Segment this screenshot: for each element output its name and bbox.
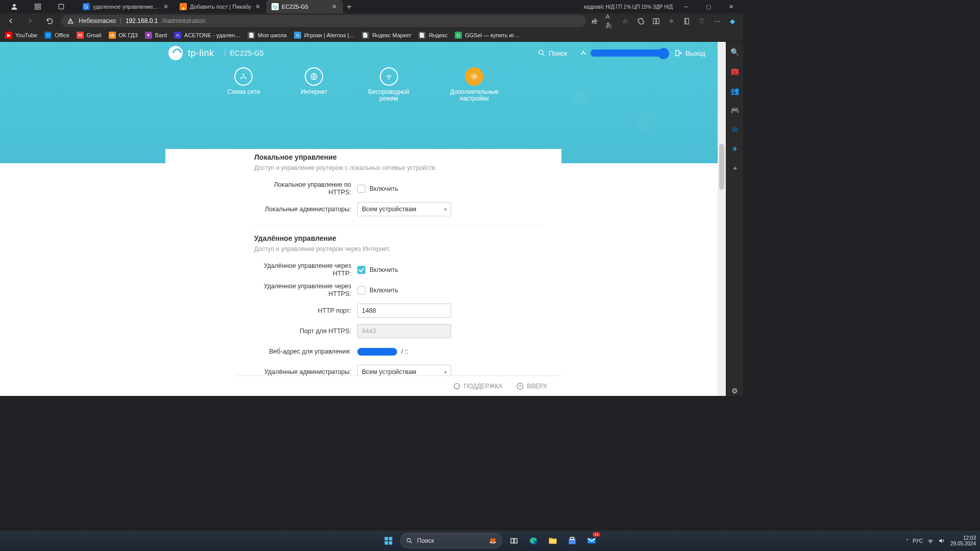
- collections-icon[interactable]: [682, 16, 691, 26]
- edge-outlook-icon[interactable]: ✉: [730, 124, 740, 135]
- local-https-checkbox[interactable]: [357, 185, 365, 193]
- tab-title: Добавить пост | Пикабу: [190, 4, 251, 10]
- bookmark-label: Яндекс Маркет: [372, 32, 411, 38]
- tab-title: EC225-G5: [282, 4, 328, 10]
- support-button[interactable]: ПОДДЕРЖКА: [453, 382, 503, 390]
- field-label: Порт для HTTPS:: [254, 328, 357, 335]
- chevron-down-icon: ▾: [444, 369, 447, 375]
- tab-internet[interactable]: Интернет: [301, 67, 327, 102]
- browser-tab[interactable]: G удаленное управление роутер… ✕: [78, 0, 175, 13]
- favicon-icon: 🔥: [180, 3, 187, 10]
- close-icon[interactable]: ✕: [331, 3, 338, 10]
- close-icon[interactable]: ✕: [162, 3, 169, 10]
- copilot-icon[interactable]: ◆: [728, 16, 737, 26]
- bookmark-item[interactable]: 📄Моя школа: [248, 32, 287, 39]
- checkbox-label: Включить: [370, 287, 398, 294]
- router-user[interactable]: [579, 49, 662, 57]
- bookmark-icon: ▶: [5, 32, 12, 39]
- http-port-input[interactable]: 1488: [357, 304, 451, 318]
- tab-label: Беспроводной режим: [369, 89, 409, 102]
- back-button[interactable]: [3, 13, 18, 29]
- edge-telegram-icon[interactable]: ✈: [730, 144, 740, 154]
- extensions-icon[interactable]: [636, 16, 645, 26]
- close-icon[interactable]: ✕: [254, 3, 261, 10]
- bookmark-item[interactable]: MGmail: [77, 32, 102, 39]
- edge-search-icon[interactable]: 🔍: [730, 47, 740, 57]
- bookmark-label: Моя школа: [258, 32, 287, 38]
- router-content: Локальное управление Доступ и управление…: [165, 149, 561, 396]
- logout-button[interactable]: Выход: [674, 49, 705, 57]
- workspaces-icon[interactable]: [29, 0, 47, 13]
- bookmark-label: ACETONE - удален…: [184, 32, 240, 38]
- bookmark-item[interactable]: 📄Яндекс: [419, 32, 448, 39]
- local-admins-select[interactable]: Всем устройствам▾: [357, 202, 451, 216]
- translate-icon[interactable]: [590, 16, 599, 26]
- browser-essentials-icon[interactable]: ♡: [697, 16, 706, 26]
- new-tab-button[interactable]: ＋: [343, 1, 355, 13]
- svg-rect-4: [38, 7, 40, 9]
- bookmark-item[interactable]: ▶YouTube: [5, 32, 37, 39]
- viewport: 🔍 🧰 👥 🎮 ✉ ✈ ＋ ⚙ tp-link EC225-G5 Поиск: [0, 42, 743, 396]
- url-host: 192.168.0.1: [126, 17, 158, 24]
- bookmark-icon: G: [455, 32, 462, 39]
- bookmark-item[interactable]: AACETONE - удален…: [174, 32, 240, 39]
- tab-advanced[interactable]: Дополнительные настройки: [450, 67, 499, 102]
- profile-icon[interactable]: [5, 0, 23, 13]
- svg-point-0: [13, 4, 15, 7]
- tab-actions-icon[interactable]: [52, 0, 70, 13]
- advanced-icon: [465, 67, 483, 86]
- more-icon[interactable]: ⋯: [713, 16, 722, 26]
- edge-sidebar: 🔍 🧰 👥 🎮 ✉ ✈ ＋ ⚙: [726, 42, 743, 396]
- split-screen-icon[interactable]: [651, 16, 660, 26]
- edge-tools-icon[interactable]: 🧰: [730, 66, 740, 77]
- favorites-bar-icon[interactable]: ✧: [667, 16, 676, 26]
- scroll-top-button[interactable]: ВВЕРХ: [516, 382, 547, 390]
- svg-point-19: [473, 76, 476, 78]
- svg-rect-7: [656, 18, 659, 23]
- bookmark-item[interactable]: 📄Яндекс Маркет: [362, 32, 411, 39]
- tab-label: Схема сети: [227, 89, 260, 95]
- remote-https-checkbox[interactable]: [357, 286, 365, 294]
- bookmark-item[interactable]: AИгроки | Aternos |…: [294, 32, 355, 39]
- remote-http-checkbox[interactable]: [357, 266, 365, 274]
- checkbox-label: Включить: [370, 266, 398, 273]
- edge-add-icon[interactable]: ＋: [730, 163, 740, 173]
- bookmarks-bar: ▶YouTube OOffice MGmail okОК ГДЗ ✦Bard A…: [0, 29, 743, 42]
- edge-people-icon[interactable]: 👥: [730, 86, 740, 96]
- read-aloud-icon[interactable]: Aあ: [605, 16, 615, 26]
- field-label: Локальное управление по HTTPS:: [254, 181, 357, 196]
- bookmark-item[interactable]: OOffice: [44, 32, 69, 39]
- edge-games-icon[interactable]: 🎮: [730, 105, 740, 115]
- bookmark-item[interactable]: okОК ГДЗ: [109, 32, 138, 39]
- favorite-icon[interactable]: ☆: [621, 16, 630, 26]
- bookmark-label: ОК ГДЗ: [119, 32, 138, 38]
- reload-button[interactable]: [42, 13, 57, 29]
- browser-tab[interactable]: 🔥 Добавить пост | Пикабу ✕: [175, 0, 266, 13]
- svg-rect-6: [653, 18, 655, 23]
- section-title: Удалённое управление: [254, 234, 543, 242]
- internet-icon: [305, 67, 323, 86]
- maximize-button[interactable]: ▢: [699, 0, 718, 13]
- scroll-thumb[interactable]: [719, 144, 724, 190]
- router-logo: tp-link EC225-G5: [168, 46, 264, 60]
- brand-label: tp-link: [188, 48, 214, 59]
- logout-label: Выход: [685, 49, 705, 57]
- browser-tab[interactable]: tp EC225-G5 ✕: [266, 0, 343, 13]
- forward-button[interactable]: [22, 13, 38, 29]
- bookmark-icon: A: [294, 32, 301, 39]
- bookmark-item[interactable]: GGGSel — купить иг…: [455, 32, 520, 39]
- svg-rect-13: [676, 51, 679, 56]
- page-scrollbar[interactable]: [718, 42, 726, 396]
- bookmark-item[interactable]: ✦Bard: [145, 32, 167, 39]
- tab-network-map[interactable]: Схема сети: [227, 67, 260, 102]
- minimize-button[interactable]: ─: [677, 0, 695, 13]
- svg-rect-5: [59, 4, 63, 9]
- svg-point-10: [583, 51, 583, 52]
- tab-label: Интернет: [301, 89, 327, 95]
- tab-wireless[interactable]: Беспроводной режим: [369, 67, 409, 102]
- router-search[interactable]: Поиск: [537, 49, 567, 57]
- address-field[interactable]: Небезопасно | 192.168.0.1/#administratio…: [61, 15, 586, 27]
- browser-tabs: G удаленное управление роутер… ✕ 🔥 Добав…: [78, 0, 355, 13]
- edge-settings-icon[interactable]: ⚙: [730, 386, 740, 396]
- close-window-button[interactable]: ✕: [722, 0, 740, 13]
